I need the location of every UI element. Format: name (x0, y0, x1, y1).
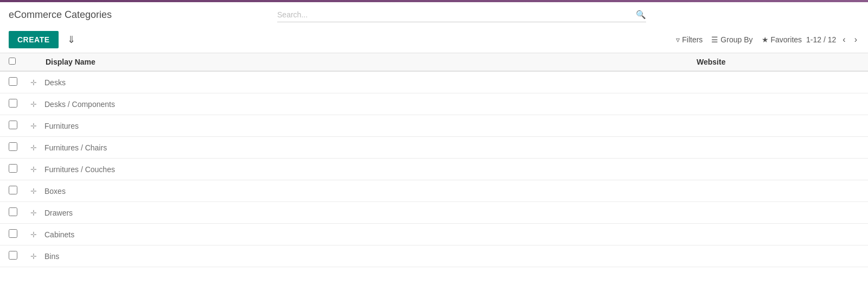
row-checkbox-cell (9, 99, 30, 109)
toolbar: CREATE ⇓ ▿ Filters ☰ Group By ★ Favorite… (0, 27, 868, 53)
drag-handle-icon: ✛ (30, 165, 37, 174)
filter-controls: ▿ Filters ☰ Group By ★ Favorites (676, 35, 802, 44)
row-name-text: Drawers (44, 209, 73, 217)
search-input[interactable] (277, 10, 636, 19)
prev-page-button[interactable]: ‹ (840, 34, 847, 46)
filters-label: Filters (682, 35, 703, 44)
next-page-button[interactable]: › (852, 34, 859, 46)
table-row[interactable]: ✛ Cabinets (0, 224, 868, 245)
row-name-text: Bins (44, 252, 59, 261)
groupby-icon: ☰ (711, 35, 718, 44)
search-area: 🔍 (129, 8, 794, 22)
table-row[interactable]: ✛ Bins (0, 245, 868, 267)
filters-button[interactable]: ▿ Filters (676, 35, 703, 44)
drag-handle-icon: ✛ (30, 252, 37, 261)
page-title: eCommerce Categories (9, 9, 112, 20)
row-checkbox-cell (9, 164, 30, 174)
row-checkbox[interactable] (9, 142, 17, 151)
row-checkbox-cell (9, 186, 30, 196)
drag-handle-icon: ✛ (30, 187, 37, 196)
row-display-name: ✛ Desks / Components (30, 100, 697, 109)
groupby-button[interactable]: ☰ Group By (711, 35, 752, 44)
filter-icon: ▿ (676, 35, 680, 44)
search-icon: 🔍 (636, 10, 646, 20)
row-name-text: Furnitures / Couches (44, 165, 115, 174)
row-checkbox[interactable] (9, 251, 17, 260)
row-display-name: ✛ Furnitures / Couches (30, 165, 697, 174)
header-checkbox-cell (9, 58, 30, 66)
row-display-name: ✛ Desks (30, 78, 697, 87)
select-all-checkbox[interactable] (9, 58, 16, 65)
favorites-label: Favorites (771, 35, 802, 44)
row-checkbox-cell (9, 77, 30, 87)
row-display-name: ✛ Bins (30, 252, 697, 261)
row-checkbox[interactable] (9, 121, 17, 129)
row-checkbox-cell (9, 207, 30, 218)
table-row[interactable]: ✛ Desks / Components (0, 93, 868, 115)
pagination: 1-12 / 12 ‹ › (806, 34, 859, 46)
col-display-name: Display Name (30, 58, 697, 66)
row-name-text: Furnitures (44, 122, 79, 130)
create-button[interactable]: CREATE (9, 31, 59, 48)
upload-icon: ⇓ (67, 34, 75, 45)
row-display-name: ✛ Drawers (30, 209, 697, 217)
row-display-name: ✛ Cabinets (30, 230, 697, 239)
page-title-area: eCommerce Categories (9, 9, 120, 21)
header-row1: eCommerce Categories 🔍 (0, 2, 868, 27)
row-name-text: Boxes (44, 187, 66, 196)
drag-handle-icon: ✛ (30, 100, 37, 109)
row-checkbox-cell (9, 251, 30, 261)
table-header: Display Name Website (0, 53, 868, 72)
groupby-label: Group By (720, 35, 752, 44)
row-name-text: Furnitures / Chairs (44, 143, 107, 152)
pagination-count: 1-12 / 12 (806, 35, 836, 44)
search-container: 🔍 (277, 8, 646, 22)
table-row[interactable]: ✛ Furnitures (0, 115, 868, 137)
row-display-name: ✛ Boxes (30, 187, 697, 196)
upload-button[interactable]: ⇓ (63, 31, 80, 48)
table-body: ✛ Desks ✛ Desks / Components ✛ Furniture… (0, 72, 868, 267)
table-row[interactable]: ✛ Furnitures / Chairs (0, 137, 868, 159)
row-name-text: Desks / Components (44, 100, 115, 109)
row-checkbox[interactable] (9, 99, 17, 108)
row-name-text: Desks (44, 78, 66, 87)
row-display-name: ✛ Furnitures / Chairs (30, 143, 697, 152)
row-checkbox-cell (9, 121, 30, 131)
row-display-name: ✛ Furnitures (30, 122, 697, 130)
drag-handle-icon: ✛ (30, 78, 37, 87)
table-row[interactable]: ✛ Drawers (0, 202, 868, 224)
row-checkbox[interactable] (9, 77, 17, 86)
row-checkbox[interactable] (9, 229, 17, 238)
drag-handle-icon: ✛ (30, 122, 37, 130)
table-row[interactable]: ✛ Boxes (0, 180, 868, 202)
favorites-button[interactable]: ★ Favorites (762, 35, 802, 44)
row-checkbox[interactable] (9, 164, 17, 173)
row-checkbox-cell (9, 142, 30, 153)
table-row[interactable]: ✛ Desks (0, 72, 868, 93)
row-checkbox[interactable] (9, 207, 17, 216)
star-icon: ★ (762, 35, 769, 44)
drag-handle-icon: ✛ (30, 230, 37, 239)
row-checkbox-cell (9, 229, 30, 239)
col-website: Website (697, 58, 859, 66)
drag-handle-icon: ✛ (30, 209, 37, 217)
row-checkbox[interactable] (9, 186, 17, 194)
drag-handle-icon: ✛ (30, 143, 37, 152)
table-row[interactable]: ✛ Furnitures / Couches (0, 159, 868, 180)
row-name-text: Cabinets (44, 230, 74, 239)
